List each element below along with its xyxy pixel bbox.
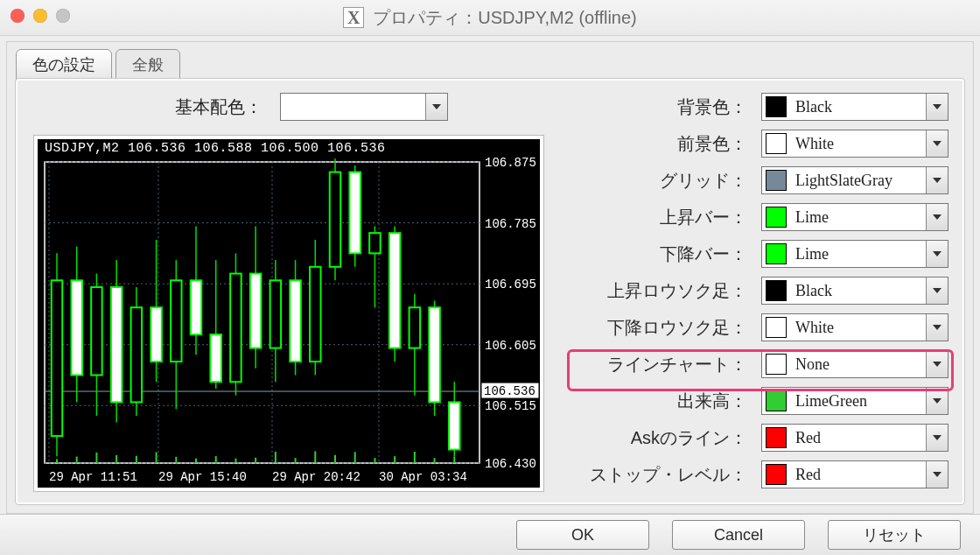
color-label: 下降ロウソク足： (607, 316, 747, 340)
svg-rect-27 (71, 280, 81, 375)
color-row-6: 下降ロウソク足：White (572, 313, 948, 341)
color-swatch (766, 243, 787, 264)
svg-text:106.695: 106.695 (485, 278, 536, 292)
color-row-8: 出来高：LimeGreen (572, 387, 948, 415)
svg-rect-43 (230, 274, 241, 383)
dialog-body: 色の設定 全般 基本配色： USDJPY,M2 106.536 106.588 … (6, 41, 974, 514)
chevron-down-icon[interactable] (926, 314, 948, 341)
svg-text:30 Apr 03:34: 30 Apr 03:34 (379, 470, 467, 484)
color-select-1[interactable]: White (761, 130, 948, 158)
svg-rect-47 (270, 280, 281, 348)
chart-preview: USDJPY,M2 106.536 106.588 106.500 106.53… (33, 135, 544, 492)
chevron-down-icon[interactable] (926, 425, 948, 451)
color-row-9: Askのライン：Red (572, 424, 948, 452)
svg-text:106.875: 106.875 (485, 156, 536, 170)
chevron-down-icon[interactable] (926, 241, 948, 267)
svg-rect-63 (429, 307, 439, 402)
color-name: White (795, 135, 834, 153)
color-swatch (766, 133, 787, 154)
color-select-10[interactable]: Red (761, 460, 948, 488)
color-swatch (766, 317, 787, 338)
ok-button[interactable]: OK (516, 520, 649, 550)
chevron-down-icon[interactable] (926, 461, 948, 488)
svg-text:106.785: 106.785 (485, 217, 536, 231)
color-select-9[interactable]: Red (761, 424, 948, 452)
scheme-label: 基本配色： (175, 95, 262, 119)
svg-rect-65 (449, 402, 459, 449)
color-row-2: グリッド：LightSlateGray (572, 166, 948, 194)
color-label: 背景色： (677, 95, 747, 119)
svg-text:106.515: 106.515 (485, 399, 536, 413)
color-name: Lime (795, 245, 829, 263)
svg-rect-45 (250, 274, 261, 348)
tab-general[interactable]: 全般 (116, 49, 180, 81)
svg-rect-25 (52, 280, 62, 436)
svg-rect-51 (310, 267, 320, 362)
scheme-select[interactable] (280, 93, 448, 121)
svg-rect-49 (290, 280, 300, 362)
reset-button[interactable]: リセット (828, 520, 961, 550)
chevron-down-icon[interactable] (926, 204, 948, 230)
close-button[interactable] (10, 9, 24, 23)
svg-text:29 Apr 11:51: 29 Apr 11:51 (49, 470, 137, 484)
svg-rect-61 (410, 307, 420, 348)
chevron-down-icon[interactable] (926, 167, 948, 193)
color-swatch (766, 464, 787, 485)
color-swatch (766, 390, 787, 411)
color-row-10: ストップ・レベル：Red (572, 460, 948, 488)
color-select-3[interactable]: Lime (761, 203, 948, 231)
svg-rect-33 (131, 307, 142, 402)
color-name: Red (795, 429, 821, 447)
candlestick-chart: 106.875106.785106.695106.605106.536106.5… (38, 139, 540, 488)
chevron-down-icon[interactable] (926, 351, 948, 377)
color-swatch (766, 280, 787, 301)
color-select-5[interactable]: Black (761, 277, 948, 305)
window-controls (10, 9, 70, 23)
chevron-down-icon[interactable] (926, 94, 948, 120)
chart-header: USDJPY,M2 106.536 106.588 106.500 106.53… (45, 141, 386, 156)
svg-text:106.430: 106.430 (485, 457, 536, 471)
button-row: OK Cancel リセット (0, 514, 980, 555)
chevron-down-icon[interactable] (926, 388, 948, 414)
svg-rect-53 (330, 172, 340, 267)
svg-rect-57 (369, 233, 380, 253)
group-frame: 基本配色： USDJPY,M2 106.536 106.588 106.500 … (16, 79, 964, 504)
color-name: LimeGreen (795, 392, 867, 411)
color-select-0[interactable]: Black (761, 93, 948, 121)
color-swatch (766, 427, 787, 448)
color-name: Red (795, 466, 821, 484)
chevron-down-icon[interactable] (425, 94, 447, 120)
svg-rect-59 (389, 233, 400, 348)
color-name: Black (795, 282, 832, 300)
color-label: 上昇ロウソク足： (607, 279, 747, 303)
color-row-3: 上昇バー：Lime (572, 203, 948, 231)
color-swatch (766, 96, 787, 117)
color-name: None (795, 355, 830, 374)
color-label: 前景色： (677, 132, 747, 156)
color-row-5: 上昇ロウソク足：Black (572, 277, 948, 305)
cancel-button[interactable]: Cancel (672, 520, 805, 550)
svg-text:29 Apr 15:40: 29 Apr 15:40 (158, 470, 247, 484)
color-select-8[interactable]: LimeGreen (761, 387, 948, 415)
svg-rect-37 (171, 280, 181, 362)
chevron-down-icon[interactable] (926, 130, 948, 157)
color-label: 下降バー： (660, 242, 747, 266)
color-swatch (766, 354, 787, 375)
color-label: 出来高： (677, 390, 747, 413)
zoom-button[interactable] (56, 9, 70, 23)
color-label: Askのライン： (631, 426, 747, 450)
svg-rect-35 (150, 307, 161, 362)
chevron-down-icon[interactable] (926, 278, 948, 304)
color-select-6[interactable]: White (761, 313, 948, 341)
tab-colors[interactable]: 色の設定 (16, 49, 112, 81)
svg-rect-55 (349, 172, 360, 254)
color-name: Lime (795, 208, 829, 227)
color-select-7[interactable]: None (761, 350, 948, 378)
color-select-4[interactable]: Lime (761, 240, 948, 268)
svg-text:106.605: 106.605 (485, 339, 536, 353)
color-row-4: 下降バー：Lime (572, 240, 948, 268)
color-select-2[interactable]: LightSlateGray (761, 166, 948, 194)
color-row-1: 前景色：White (572, 130, 948, 158)
minimize-button[interactable] (33, 9, 47, 23)
color-name: LightSlateGray (795, 172, 892, 190)
